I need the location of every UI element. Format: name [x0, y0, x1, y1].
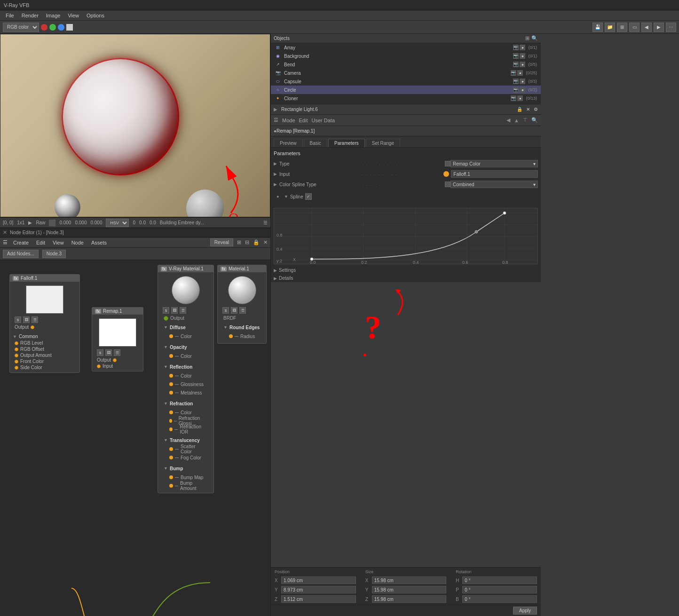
spline-arrow[interactable]: ▼	[284, 194, 288, 199]
size-x-value[interactable]: 15.98 cm	[372, 577, 447, 584]
vis-cap-render[interactable]: ●	[520, 79, 525, 84]
vis-circ-camera[interactable]: 📷	[513, 87, 519, 93]
size-y-value[interactable]: 15.98 cm	[372, 586, 447, 593]
vray-output-port[interactable]	[164, 316, 168, 321]
common-header[interactable]: ▼ Common	[13, 333, 77, 340]
mode-back-icon[interactable]: ◀	[506, 117, 510, 123]
remap-input-port[interactable]	[97, 364, 101, 368]
param-input-icon[interactable]	[443, 171, 449, 177]
mat-icon1[interactable]: $	[222, 307, 229, 314]
obj-background[interactable]: ◉ Background 📷 ● (0/1)	[271, 52, 541, 60]
vray-icon2[interactable]: 🖼	[171, 307, 178, 314]
spline-toggle[interactable]: ✓	[305, 193, 312, 200]
obj-circle[interactable]: ○ Circle 📷 ● (0/2)	[271, 86, 541, 94]
pos-z-value[interactable]: 1.512 cm	[281, 595, 356, 603]
mode-search-icon[interactable]: 🔍	[531, 117, 538, 123]
vis-cam-render[interactable]: ●	[517, 70, 523, 76]
mode-item-userdata[interactable]: User Data	[312, 118, 335, 123]
node-name-button[interactable]: Node.3	[42, 250, 66, 258]
rect-settings-icon[interactable]: ⚙	[534, 107, 538, 112]
ne-icon2[interactable]: ⊟	[245, 239, 249, 245]
mode-nav-icon[interactable]: ☰	[274, 117, 278, 123]
vray-material-node[interactable]: fx V-Ray Material.1 $ 🖼 ☰ Output	[158, 265, 214, 493]
vis-clon-camera[interactable]: 📷	[511, 95, 516, 101]
viewport[interactable]: Q	[0, 34, 270, 217]
diffuse-color-port[interactable]	[169, 334, 173, 338]
tab-setrange[interactable]: Set Range	[366, 139, 400, 147]
refr-ior-port[interactable]	[169, 427, 173, 431]
bump-header[interactable]: ▼ Bump	[164, 464, 208, 473]
mode-item-edit[interactable]: Edit	[299, 118, 308, 123]
ne-menu-node[interactable]: Node	[70, 240, 86, 245]
ne-icon1[interactable]: ⊞	[237, 239, 241, 245]
menu-file[interactable]: File	[2, 13, 18, 18]
remap-icon2[interactable]: 🖼	[105, 349, 112, 356]
status-scale[interactable]: 1x1	[17, 220, 24, 225]
remap-icon1[interactable]: $	[97, 349, 103, 356]
opacity-header[interactable]: ▼ Opacity	[164, 342, 208, 352]
menu-render[interactable]: Render	[18, 13, 42, 18]
vis-cap-camera[interactable]: 📷	[513, 79, 519, 84]
node-canvas[interactable]: fx Falloff.1 $ 🖼 ☰ Output	[0, 260, 270, 616]
menu-view[interactable]: View	[64, 13, 83, 18]
next-icon[interactable]: ▶	[654, 23, 664, 32]
ne-menu-icon[interactable]: ☰	[3, 239, 8, 245]
obj-bend[interactable]: ↗ Bend 📷 ● (0/5)	[271, 60, 541, 69]
mode-filter-icon[interactable]: ⊤	[523, 117, 528, 123]
ne-icon3[interactable]: 🔒	[253, 239, 260, 245]
obj-list-icon1[interactable]: ⊞	[525, 35, 529, 41]
mode-up-icon[interactable]: ▲	[514, 118, 519, 123]
param-input-value[interactable]: Falloff.1	[451, 170, 538, 178]
output-amount-port[interactable]	[15, 354, 18, 357]
ne-icon4[interactable]: ✕	[263, 239, 268, 245]
size-z-value[interactable]: 15.98 cm	[372, 595, 447, 603]
hsv-select[interactable]: HSV	[106, 219, 129, 227]
refl-color-port[interactable]	[169, 374, 173, 378]
tab-preview[interactable]: Preview	[274, 139, 303, 147]
rect-icon[interactable]: ▭	[629, 23, 640, 32]
ne-menu-edit[interactable]: Edit	[34, 240, 47, 245]
vis-circ-render[interactable]: ●	[520, 87, 525, 93]
radius-port[interactable]	[229, 334, 233, 338]
side-color-port[interactable]	[15, 366, 18, 370]
prev-icon[interactable]: ◀	[641, 23, 652, 32]
color-dot-red[interactable]	[41, 24, 47, 31]
rect-lock-icon[interactable]: 🔒	[517, 107, 522, 112]
ne-close-icon[interactable]: ✕	[3, 229, 7, 236]
vis-bend-camera[interactable]: 📷	[513, 62, 519, 67]
color-mode-select[interactable]: RGB color	[3, 23, 39, 32]
remap-output-port[interactable]	[113, 358, 117, 362]
diffuse-header[interactable]: ▼ Diffuse	[164, 323, 208, 332]
vray-icon3[interactable]: ☰	[180, 307, 186, 314]
pos-x-value[interactable]: 1.069 cm	[281, 577, 356, 584]
vis-render-icon[interactable]: ●	[520, 45, 525, 50]
save-icon[interactable]: 💾	[592, 23, 603, 32]
metalness-port[interactable]	[169, 391, 173, 395]
refraction-header[interactable]: ▼ Refraction	[164, 399, 208, 408]
tab-parameters[interactable]: Parameters	[328, 139, 365, 147]
ne-menu-view[interactable]: View	[51, 240, 66, 245]
obj-array[interactable]: ⊞ Array 📷 ● (0/1)	[271, 43, 541, 52]
opacity-color-port[interactable]	[169, 354, 173, 358]
falloff-output-port[interactable]	[31, 325, 34, 329]
add-nodes-button[interactable]: Add Nodes...	[3, 250, 39, 258]
round-edges-header[interactable]: ▼ Round Edges	[223, 323, 261, 332]
folder-icon[interactable]: 📁	[605, 23, 615, 32]
mode-item-mode[interactable]: Mode	[282, 118, 295, 123]
tab-basic[interactable]: Basic	[304, 139, 327, 147]
front-color-port[interactable]	[15, 360, 18, 363]
param-splinetype-value[interactable]: Combined ▾	[450, 181, 538, 188]
menu-options[interactable]: Options	[83, 13, 108, 18]
obj-capsule[interactable]: ⬭ Capsule 📷 ● (0/3)	[271, 77, 541, 86]
more-icon[interactable]: ⋯	[666, 23, 676, 32]
curve-graph[interactable]: y:2 0.0 0.2 0.4 0.6 0.8 1.0 1.2 0.4 0.8 …	[274, 208, 538, 264]
rect-close-icon[interactable]: ✕	[526, 107, 530, 112]
rot-b-value[interactable]: 0 °	[462, 595, 537, 603]
vis-cam-camera[interactable]: 📷	[511, 70, 516, 76]
ne-menu-assets[interactable]: Assets	[89, 240, 109, 245]
color-dot-green[interactable]	[49, 24, 56, 31]
falloff-icon1[interactable]: $	[15, 316, 21, 323]
grid-icon[interactable]: ⊞	[617, 23, 627, 32]
color-dot-white[interactable]	[66, 24, 73, 31]
material-node[interactable]: fx Material.1 $ 🖼 ☰ BRDF	[217, 265, 267, 344]
